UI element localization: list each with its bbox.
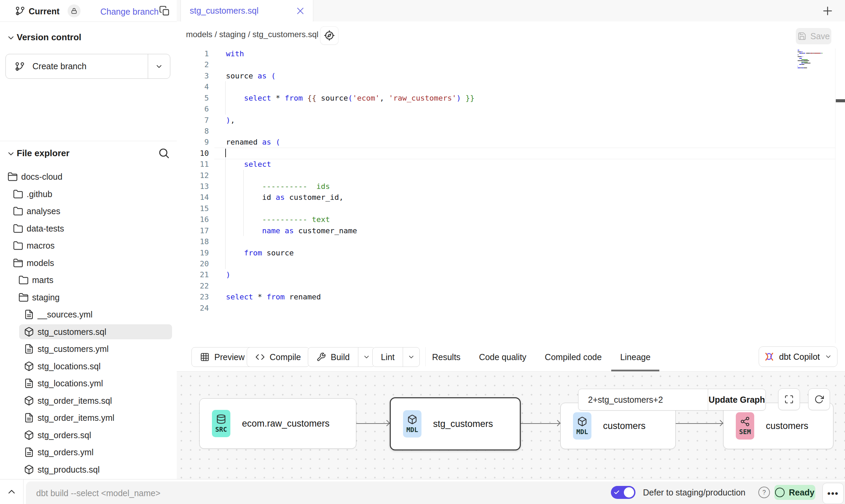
compass-icon (324, 30, 335, 41)
file-icon (24, 447, 34, 457)
git-branch-icon (15, 6, 25, 16)
file-tree-item[interactable]: stg_orders.sql (0, 427, 177, 444)
more-options-button[interactable]: ••• (822, 483, 844, 504)
file-tree-item[interactable]: __sources.yml (0, 306, 177, 323)
file-tree-item[interactable]: stg_customers.yml (0, 340, 177, 357)
new-tab-plus-icon[interactable] (822, 5, 833, 17)
save-label: Save (811, 31, 830, 41)
file-icon (24, 378, 34, 388)
code-line: select * from {{ source('ecom', 'raw_cus… (226, 92, 475, 104)
line-number: 21 (177, 269, 209, 280)
search-icon[interactable] (158, 147, 170, 159)
line-number: 15 (177, 203, 209, 214)
dbt-copilot-button[interactable]: dbt Copilot (759, 346, 837, 367)
branch-lock-icon (68, 4, 81, 17)
lineage-selector-input[interactable] (578, 389, 708, 410)
toggle-knob (624, 487, 634, 498)
panel-tab-compiled-code[interactable]: Compiled code (544, 343, 602, 371)
version-control-section-header[interactable]: Version control (0, 31, 177, 44)
preview-button[interactable]: Preview (191, 347, 253, 367)
file-tree-item[interactable]: stg_order_items.sql (0, 392, 177, 409)
compile-button[interactable]: Compile (247, 347, 310, 367)
folder-open-icon (13, 258, 23, 268)
code-line: name as customer_name (226, 225, 357, 236)
file-tree-item[interactable]: macros (0, 237, 177, 254)
fullscreen-button[interactable] (778, 388, 800, 410)
file-tree-item[interactable]: stg_locations.sql (0, 358, 177, 375)
breadcrumb: models / staging / stg_customers.sql (186, 30, 318, 39)
panel-tab-lineage[interactable]: Lineage (619, 343, 651, 371)
file-tree-item[interactable]: staging (0, 289, 177, 306)
lineage-node-stg_customers[interactable]: MDLstg_customers (390, 397, 521, 450)
minimap-line (798, 60, 803, 61)
panel-tab-code-quality[interactable]: Code quality (478, 343, 527, 371)
file-name: stg_orders.sql (38, 430, 91, 440)
copilot-compass-button[interactable] (320, 26, 339, 45)
minimap-line (806, 53, 810, 54)
file-tree-item[interactable]: analyses (0, 203, 177, 220)
refresh-button[interactable] (808, 388, 830, 410)
minimap-line (798, 51, 801, 52)
build-label: Build (331, 352, 350, 362)
folder-icon (18, 275, 29, 285)
file-tree-item[interactable]: stg_order_items.yml (0, 409, 177, 426)
file-tree-item[interactable]: docs-cloud (0, 168, 177, 185)
minimap-line (802, 51, 802, 52)
minimap-line (803, 53, 805, 54)
toolbar-divider (425, 347, 426, 366)
dbt-command-input[interactable] (35, 481, 583, 504)
change-branch-link[interactable]: Change branch (100, 7, 159, 17)
folder-open-icon (18, 292, 29, 302)
copy-icon[interactable] (159, 5, 170, 16)
model-icon (24, 396, 34, 406)
line-number: 16 (177, 214, 209, 225)
lineage-panel[interactable]: SRCecom.raw_customersMDLstg_customersMDL… (177, 372, 845, 479)
defer-toggle[interactable] (611, 486, 635, 499)
help-icon[interactable]: ? (758, 487, 770, 498)
minimap-line (803, 60, 809, 61)
panel-tab-results[interactable]: Results (431, 343, 461, 371)
current-branch-label: Current (29, 6, 59, 16)
lint-button[interactable]: Lint (372, 347, 420, 367)
tab-stg-customers[interactable]: stg_customers.sql (181, 0, 313, 21)
line-number: 5 (177, 92, 209, 104)
line-number: 20 (177, 258, 209, 269)
save-button[interactable]: Save (796, 28, 831, 44)
chevron-down-icon (407, 353, 415, 361)
file-tree-item[interactable]: stg_orders.yml (0, 444, 177, 461)
build-button[interactable]: Build (308, 347, 375, 367)
chevron-up-icon[interactable] (6, 486, 17, 497)
lint-dropdown[interactable] (403, 347, 419, 367)
line-number: 12 (177, 170, 209, 181)
file-tree-item[interactable]: stg_locations.yml (0, 375, 177, 392)
minimap-line (804, 63, 811, 63)
close-icon[interactable] (296, 6, 305, 16)
file-tree-item[interactable]: data-tests (0, 220, 177, 237)
scrollbar-thumb[interactable] (836, 99, 845, 102)
minimap[interactable] (798, 50, 828, 74)
git-branch-icon (15, 61, 25, 72)
lineage-node-ecom.raw_customers[interactable]: SRCecom.raw_customers (199, 398, 356, 449)
file-name: stg_locations.sql (38, 361, 101, 371)
status-bar-divider (23, 479, 24, 504)
minimap-line (801, 51, 802, 52)
mdl-badge: MDL (573, 412, 591, 440)
line-number: 23 (177, 291, 209, 302)
ready-label: Ready (789, 488, 814, 498)
minimap-line (798, 66, 798, 66)
file-explorer-section-header[interactable]: File explorer (0, 147, 177, 160)
folder-icon (13, 240, 23, 251)
create-branch-dropdown[interactable] (148, 54, 170, 78)
file-tree-item[interactable]: stg_products.sql (0, 461, 177, 478)
update-graph-button[interactable]: Update Graph (708, 389, 765, 410)
create-branch-button[interactable]: Create branch (5, 54, 170, 79)
status-bar: Defer to staging/production ? Ready ••• (0, 479, 845, 504)
compile-label: Compile (270, 352, 301, 362)
file-tree-item[interactable]: marts (0, 271, 177, 288)
file-tree-item[interactable]: stg_customers.sql (0, 323, 177, 340)
code-editor[interactable]: 123456789101112131415161718192021222324 … (177, 48, 845, 343)
model-icon (24, 430, 34, 440)
file-tree-item[interactable]: models (0, 254, 177, 271)
sidebar-divider (0, 141, 177, 141)
file-tree-item[interactable]: .github (0, 186, 177, 203)
